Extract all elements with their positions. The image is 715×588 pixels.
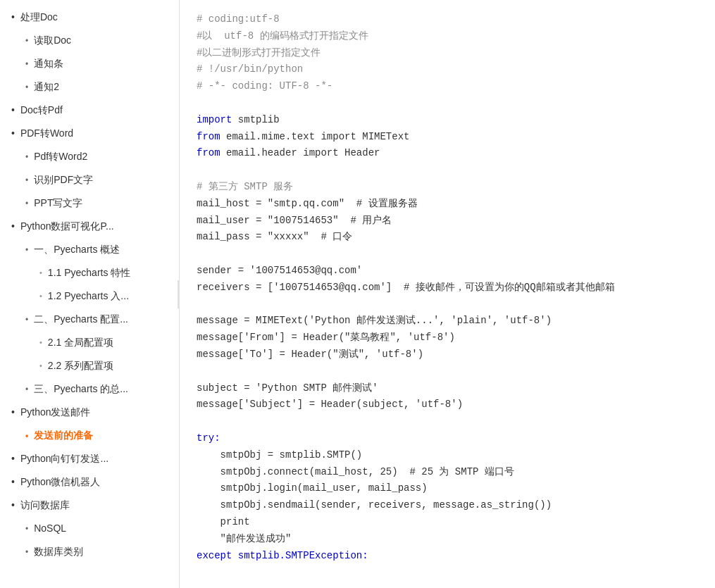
sidebar-item-pymail[interactable]: Python发送邮件 xyxy=(0,401,179,424)
sidebar-item-pptwenzi[interactable]: PPT写文字 xyxy=(0,192,179,215)
code-display: # coding:utf-8 #以 utf-8 的编码格式打开指定文件 #以二进… xyxy=(197,11,698,564)
sidebar-item-tongzhi2[interactable]: 通知2 xyxy=(0,75,179,99)
sidebar-item-database[interactable]: 访问数据库 xyxy=(0,494,179,517)
sidebar-item-pychartsone[interactable]: 一、Pyecharts 概述 xyxy=(0,238,179,261)
sidebar-item-tongzhitiao[interactable]: 通知条 xyxy=(0,52,179,75)
sidebar-item-pdfword[interactable]: PDF转Word xyxy=(0,122,179,145)
sidebar-item-pycharts[interactable]: Python数据可视化P... xyxy=(0,215,179,238)
sidebar-item-dingding[interactable]: Python向钉钉发送... xyxy=(0,447,179,470)
sidebar-item-weixin[interactable]: Python微信机器人 xyxy=(0,470,179,494)
sidebar-item-pdfword2[interactable]: Pdf转Word2 xyxy=(0,145,179,168)
sidebar-item-pycharts12[interactable]: 1.2 Pyecharts 入... xyxy=(0,284,179,308)
sidebar-item-pychartssum[interactable]: 三、Pyecharts 的总... xyxy=(0,377,179,401)
sidebar-item-qududoc[interactable]: 读取Doc xyxy=(0,29,179,52)
sidebar-item-dbtype[interactable]: 数据库类别 xyxy=(0,540,179,563)
sidebar: 处理Doc读取Doc通知条通知2Doc转PdfPDF转WordPdf转Word2… xyxy=(0,0,180,588)
sidebar-item-nosql[interactable]: NoSQL xyxy=(0,517,179,540)
sidebar-item-chulidoc[interactable]: 处理Doc xyxy=(0,6,179,29)
collapse-sidebar-button[interactable]: ‹ xyxy=(178,280,180,308)
sidebar-item-docpdf[interactable]: Doc转Pdf xyxy=(0,99,179,122)
sidebar-item-pdfwenzi[interactable]: 识别PDF文字 xyxy=(0,168,179,192)
sidebar-item-pycharts11[interactable]: 1.1 Pyecharts 特性 xyxy=(0,261,179,284)
sidebar-item-fasongzhunbei[interactable]: 发送前的准备 xyxy=(0,424,179,447)
main-content: # coding:utf-8 #以 utf-8 的编码格式打开指定文件 #以二进… xyxy=(180,0,715,588)
sidebar-item-pycharts22[interactable]: 2.2 系列配置项 xyxy=(0,354,179,377)
sidebar-item-pycharts21[interactable]: 2.1 全局配置项 xyxy=(0,331,179,354)
sidebar-item-pychartsconf[interactable]: 二、Pyecharts 配置... xyxy=(0,308,179,331)
